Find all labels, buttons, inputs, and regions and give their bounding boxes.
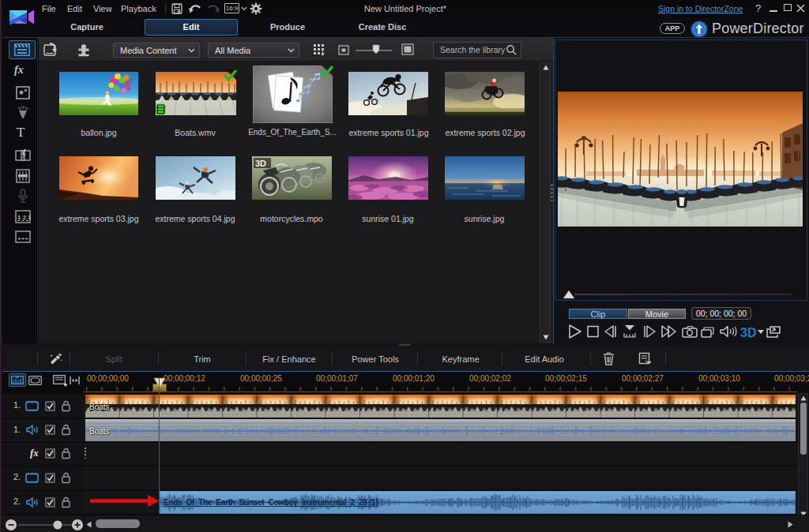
svg-text:1 2 3: 1 2 3 — [17, 214, 31, 221]
svg-text:3D: 3D — [740, 326, 756, 339]
svg-text:3D: 3D — [255, 159, 266, 168]
